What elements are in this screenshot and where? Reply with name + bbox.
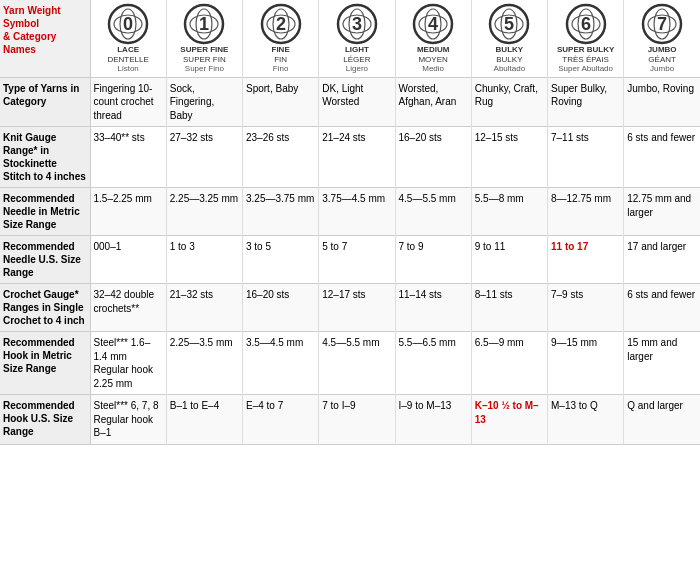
data-row-3: Recommended Needle U.S. Size Range000–11… xyxy=(0,236,700,284)
cell-3-5: 9 to 11 xyxy=(471,236,547,284)
cell-0-5: Chunky, Craft, Rug xyxy=(471,77,547,127)
cell-5-6: 9—15 mm xyxy=(548,332,624,395)
data-row-0: Type of Yarns in CategoryFingering 10-co… xyxy=(0,77,700,127)
cell-5-0: Steel*** 1.6–1.4 mm Regular hook 2.25 mm xyxy=(90,332,166,395)
weight-col-1: 1SUPER FINESUPER FINSuper Fino xyxy=(166,0,242,77)
weight-col-4: 4MEDIUMMOYENMedio xyxy=(395,0,471,77)
row-label-1: Knit Gauge Range* in Stockinette Stitch … xyxy=(0,127,90,188)
row-label-3: Recommended Needle U.S. Size Range xyxy=(0,236,90,284)
cell-6-2: E–4 to 7 xyxy=(243,395,319,445)
cell-5-7: 15 mm and larger xyxy=(624,332,700,395)
cell-6-1: B–1 to E–4 xyxy=(166,395,242,445)
svg-text:1: 1 xyxy=(199,14,209,34)
cell-0-2: Sport, Baby xyxy=(243,77,319,127)
row-label-2: Recommended Needle in Metric Size Range xyxy=(0,188,90,236)
data-row-6: Recommended Hook U.S. Size RangeSteel***… xyxy=(0,395,700,445)
cell-0-4: Worsted, Afghan, Aran xyxy=(395,77,471,127)
cell-2-1: 2.25—3.25 mm xyxy=(166,188,242,236)
weight-col-5: 5BULKYBULKYAbultado xyxy=(471,0,547,77)
cell-4-0: 32–42 double crochets** xyxy=(90,284,166,332)
cell-3-7: 17 and larger xyxy=(624,236,700,284)
cell-2-4: 4.5—5.5 mm xyxy=(395,188,471,236)
cell-4-7: 6 sts and fewer xyxy=(624,284,700,332)
cell-1-4: 16–20 sts xyxy=(395,127,471,188)
cell-6-7: Q and larger xyxy=(624,395,700,445)
svg-text:2: 2 xyxy=(276,14,286,34)
cell-0-6: Super Bulky, Roving xyxy=(548,77,624,127)
cell-5-5: 6.5—9 mm xyxy=(471,332,547,395)
cell-6-6: M–13 to Q xyxy=(548,395,624,445)
cell-1-6: 7–11 sts xyxy=(548,127,624,188)
cell-2-0: 1.5–2.25 mm xyxy=(90,188,166,236)
svg-text:3: 3 xyxy=(352,14,362,34)
row-label-5: Recommended Hook in Metric Size Range xyxy=(0,332,90,395)
row-label-4: Crochet Gauge* Ranges in Single Crochet … xyxy=(0,284,90,332)
cell-1-1: 27–32 sts xyxy=(166,127,242,188)
weight-col-7: 7JUMBOGÉANTJumbo xyxy=(624,0,700,77)
cell-4-5: 8–11 sts xyxy=(471,284,547,332)
svg-text:0: 0 xyxy=(123,14,133,34)
cell-0-7: Jumbo, Roving xyxy=(624,77,700,127)
cell-4-3: 12–17 sts xyxy=(319,284,395,332)
cell-3-2: 3 to 5 xyxy=(243,236,319,284)
svg-text:4: 4 xyxy=(428,14,438,34)
cell-1-0: 33–40** sts xyxy=(90,127,166,188)
cell-1-3: 21–24 sts xyxy=(319,127,395,188)
svg-text:6: 6 xyxy=(581,14,591,34)
weight-col-2: 2FINEFINFino xyxy=(243,0,319,77)
cell-4-6: 7–9 sts xyxy=(548,284,624,332)
cell-1-5: 12–15 sts xyxy=(471,127,547,188)
cell-1-2: 23–26 sts xyxy=(243,127,319,188)
cell-6-0: Steel*** 6, 7, 8 Regular hook B–1 xyxy=(90,395,166,445)
header-label: Yarn Weight Symbol & Category Names xyxy=(0,0,90,77)
cell-3-6: 11 to 17 xyxy=(548,236,624,284)
cell-3-4: 7 to 9 xyxy=(395,236,471,284)
cell-4-2: 16–20 sts xyxy=(243,284,319,332)
svg-text:5: 5 xyxy=(504,14,514,34)
table-title: Yarn Weight Symbol & Category Names xyxy=(3,5,61,55)
cell-0-1: Sock, Fingering, Baby xyxy=(166,77,242,127)
cell-1-7: 6 sts and fewer xyxy=(624,127,700,188)
row-label-0: Type of Yarns in Category xyxy=(0,77,90,127)
cell-0-0: Fingering 10-count crochet thread xyxy=(90,77,166,127)
cell-5-3: 4.5—5.5 mm xyxy=(319,332,395,395)
cell-2-7: 12.75 mm and larger xyxy=(624,188,700,236)
cell-6-5: K–10 ½ to M–13 xyxy=(471,395,547,445)
cell-5-4: 5.5—6.5 mm xyxy=(395,332,471,395)
data-row-1: Knit Gauge Range* in Stockinette Stitch … xyxy=(0,127,700,188)
weight-col-0: 0LACEDENTELLEListon xyxy=(90,0,166,77)
data-row-4: Crochet Gauge* Ranges in Single Crochet … xyxy=(0,284,700,332)
cell-2-2: 3.25—3.75 mm xyxy=(243,188,319,236)
weight-col-3: 3LIGHTLÉGERLigero xyxy=(319,0,395,77)
cell-2-5: 5.5—8 mm xyxy=(471,188,547,236)
yarn-weight-table: Yarn Weight Symbol & Category Names 0LAC… xyxy=(0,0,700,445)
main-container: Yarn Weight Symbol & Category Names 0LAC… xyxy=(0,0,700,445)
cell-6-4: I–9 to M–13 xyxy=(395,395,471,445)
cell-4-1: 21–32 sts xyxy=(166,284,242,332)
svg-text:7: 7 xyxy=(657,14,667,34)
row-label-6: Recommended Hook U.S. Size Range xyxy=(0,395,90,445)
cell-5-2: 3.5—4.5 mm xyxy=(243,332,319,395)
header-row: Yarn Weight Symbol & Category Names 0LAC… xyxy=(0,0,700,77)
cell-5-1: 2.25—3.5 mm xyxy=(166,332,242,395)
data-row-5: Recommended Hook in Metric Size RangeSte… xyxy=(0,332,700,395)
cell-3-3: 5 to 7 xyxy=(319,236,395,284)
cell-2-3: 3.75—4.5 mm xyxy=(319,188,395,236)
data-row-2: Recommended Needle in Metric Size Range1… xyxy=(0,188,700,236)
cell-0-3: DK, Light Worsted xyxy=(319,77,395,127)
cell-3-1: 1 to 3 xyxy=(166,236,242,284)
cell-4-4: 11–14 sts xyxy=(395,284,471,332)
weight-col-6: 6SUPER BULKYTRÈS ÉPAISSuper Abultado xyxy=(548,0,624,77)
cell-3-0: 000–1 xyxy=(90,236,166,284)
cell-2-6: 8—12.75 mm xyxy=(548,188,624,236)
cell-6-3: 7 to I–9 xyxy=(319,395,395,445)
